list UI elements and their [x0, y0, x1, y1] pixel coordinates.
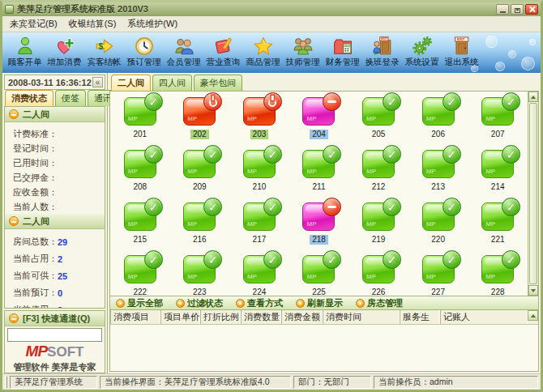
room-226[interactable]: MP✓226: [348, 252, 408, 296]
toolbar-guest-checkout-button[interactable]: $ 宾客结帐: [84, 34, 124, 68]
heart-plus-icon: [53, 35, 75, 57]
toolbar-business-query-button[interactable]: 营业查询: [203, 34, 243, 68]
toolbar-shift-login-button[interactable]: EXIT 换班登录: [362, 34, 402, 68]
scrollbar-thumb[interactable]: [529, 103, 537, 284]
room-217[interactable]: MP✓217: [229, 199, 289, 252]
toolbar-settings-button[interactable]: 系统设置: [402, 34, 442, 68]
vertical-scrollbar[interactable]: [528, 92, 538, 296]
column-header-0[interactable]: 消费项目: [110, 310, 160, 324]
room-state-badge-available: ✓: [203, 250, 222, 269]
toolbar-add-consumption-button[interactable]: 增加消费: [45, 34, 84, 68]
main-tab-double-room[interactable]: 二人间: [111, 75, 151, 91]
column-header-7[interactable]: 记账人: [440, 310, 528, 324]
room-223[interactable]: MP✓223: [170, 252, 230, 296]
column-header-6[interactable]: 服务生: [400, 310, 440, 324]
action-filter-state-button[interactable]: 过滤状态: [173, 297, 233, 309]
room-207[interactable]: MP✓207: [468, 94, 528, 147]
restore-icon: [515, 8, 520, 13]
menu-item-system-maintain[interactable]: 系统维护(W): [123, 16, 185, 32]
sidebar-tab-memo[interactable]: 便签: [55, 90, 86, 106]
quick-channel-input[interactable]: [7, 328, 102, 342]
room-213[interactable]: MP✓213: [408, 147, 468, 199]
room-210[interactable]: MP✓210: [229, 147, 289, 199]
collapse-minus-icon[interactable]: [9, 313, 19, 323]
room-icon: MP✓: [422, 150, 455, 178]
room-216[interactable]: MP✓216: [170, 199, 230, 252]
room-icon: MP✓: [124, 97, 156, 126]
folder-calculator-icon: [331, 35, 353, 57]
scroll-down-button[interactable]: [528, 285, 538, 296]
room-state-manage-icon: [356, 299, 365, 308]
sidebar-collapse-button[interactable]: «: [92, 77, 103, 87]
toolbar-finance-button[interactable]: 财务管理: [323, 34, 362, 68]
main-tab-quad-room[interactable]: 四人间: [152, 75, 192, 91]
column-header-4[interactable]: 消费金额: [281, 310, 323, 324]
menu-item-cashier-settle[interactable]: 收银结算(S): [65, 16, 124, 32]
collapse-minus-icon[interactable]: [9, 216, 19, 226]
sidebar-tab-consume-status[interactable]: 消费状态: [5, 90, 53, 106]
room-212[interactable]: MP✓212: [348, 147, 408, 199]
room-219[interactable]: MP✓219: [348, 199, 408, 252]
room-218[interactable]: MP218: [289, 199, 349, 252]
status-bar: 美萍足疗管理系统当前操作界面：美萍足疗管理系统标准版4.0部门：无部门当前操作员…: [2, 373, 541, 390]
datetime-bar: 2008-03-11 16:36:12 «: [4, 75, 105, 90]
room-220[interactable]: MP✓220: [408, 199, 468, 252]
room-204[interactable]: MP204: [289, 94, 349, 147]
check-icon: ✓: [327, 149, 337, 160]
quick-channel-title: [F3] 快速通道(Q): [23, 313, 90, 325]
room-228[interactable]: MP✓228: [468, 252, 528, 296]
minimize-button[interactable]: [496, 4, 509, 15]
menu-item-guest-register[interactable]: 来宾登记(B): [6, 16, 65, 32]
room-203[interactable]: MP203: [229, 94, 289, 147]
column-header-2[interactable]: 打折比例: [200, 310, 241, 324]
room-222[interactable]: MP✓222: [110, 252, 170, 296]
dollar-arrow-icon: $: [93, 35, 115, 57]
toolbar-product-button[interactable]: 商品管理: [243, 34, 283, 68]
room-227[interactable]: MP✓227: [408, 252, 468, 296]
room-205[interactable]: MP✓205: [348, 94, 408, 147]
table-scroll-up-button[interactable]: [528, 310, 538, 321]
column-header-1[interactable]: 项目单价: [160, 310, 200, 324]
room-201[interactable]: MP✓201: [110, 94, 170, 147]
room-215[interactable]: MP✓215: [110, 199, 170, 252]
toolbar-technician-button[interactable]: 技师管理: [283, 34, 323, 68]
main-tab-luxury-room[interactable]: 豪华包间: [194, 75, 242, 91]
collapse-minus-icon[interactable]: [9, 109, 19, 119]
field-label: 房间总数：: [13, 236, 58, 248]
room-211[interactable]: MP✓211: [289, 147, 349, 199]
column-header-5[interactable]: 消费时间: [323, 310, 400, 324]
room-watermark: MP: [247, 273, 257, 280]
quick-channel-header[interactable]: [F3] 快速通道(Q): [5, 311, 105, 326]
room-224[interactable]: MP✓224: [229, 252, 289, 296]
room-watermark: MP: [306, 220, 316, 228]
action-label: 刷新显示: [307, 297, 343, 309]
field-label: 当前占用：: [13, 253, 58, 265]
toolbar-reservation-button[interactable]: 预订管理: [124, 34, 164, 68]
toolbar-customer-open-order-button[interactable]: 顾客开单: [5, 34, 45, 68]
field-label: 已用时间：: [13, 157, 58, 169]
restore-button[interactable]: [511, 4, 524, 15]
status-segment-1: 当前操作界面：美萍足疗管理系统标准版4.0: [100, 376, 291, 389]
room-watermark: MP: [128, 273, 138, 280]
room-206[interactable]: MP✓206: [408, 94, 468, 147]
room-214[interactable]: MP✓214: [468, 147, 528, 199]
room-208[interactable]: MP✓208: [110, 147, 170, 199]
room-state-badge-available: ✓: [383, 92, 401, 111]
toolbar-label: 退出系统: [445, 57, 479, 68]
close-button[interactable]: [525, 4, 538, 15]
clock-icon: [133, 35, 155, 57]
toolbar-exit-button[interactable]: EXIT 退出系统: [442, 34, 481, 68]
scroll-up-button[interactable]: [528, 92, 538, 102]
action-refresh-display-button[interactable]: 刷新显示: [293, 297, 353, 309]
room-202[interactable]: MP202: [170, 94, 230, 147]
room-detail-header[interactable]: 二人间: [5, 107, 105, 122]
action-show-all-button[interactable]: 显示全部: [113, 297, 173, 309]
room-summary-header[interactable]: 二人间: [5, 214, 105, 229]
room-209[interactable]: MP✓209: [170, 147, 230, 199]
room-225[interactable]: MP✓225: [289, 252, 349, 296]
room-221[interactable]: MP✓221: [468, 199, 528, 252]
toolbar-member-button[interactable]: 会员管理: [164, 34, 203, 68]
column-header-3[interactable]: 消费数量: [241, 310, 281, 324]
action-view-mode-button[interactable]: 查看方式: [233, 297, 293, 309]
action-room-state-manage-button[interactable]: 房态管理: [353, 297, 413, 309]
